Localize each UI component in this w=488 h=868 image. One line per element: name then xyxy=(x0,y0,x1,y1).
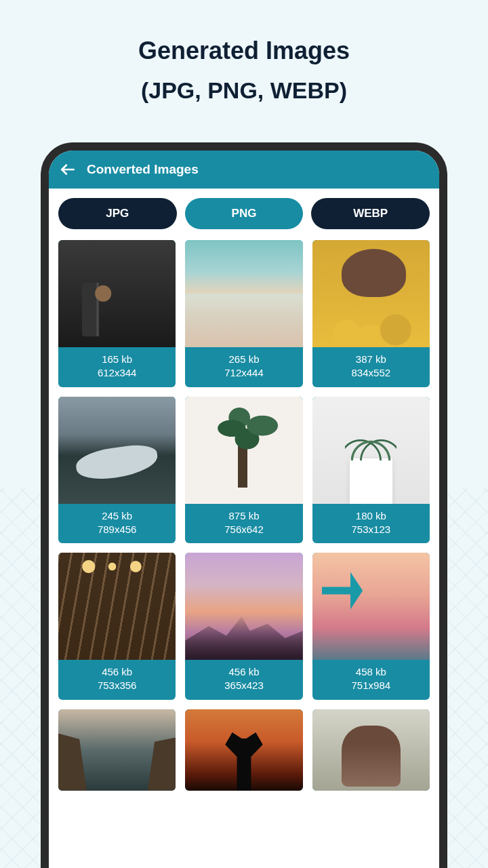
image-grid: 165 kb 612x344 265 kb 712x444 387 kb 834… xyxy=(58,240,430,791)
image-card[interactable]: 458 kb 751x984 xyxy=(312,553,430,700)
image-card[interactable]: 265 kb 712x444 xyxy=(185,240,302,387)
tab-png[interactable]: PNG xyxy=(185,198,304,229)
image-dims: 834x552 xyxy=(315,366,427,380)
content-area: JPG PNG WEBP 165 kb 612x344 265 kb 712x4… xyxy=(49,189,439,800)
page-title: Generated Images xyxy=(0,0,488,69)
image-meta: 387 kb 834x552 xyxy=(312,347,430,387)
image-size: 875 kb xyxy=(188,509,300,523)
image-thumbnail xyxy=(312,553,430,660)
image-card[interactable]: 245 kb 789x456 xyxy=(58,397,176,544)
image-dims: 365x423 xyxy=(188,679,300,692)
image-thumbnail xyxy=(185,397,302,504)
image-thumbnail xyxy=(312,240,430,347)
image-size: 456 kb xyxy=(188,665,300,679)
image-thumbnail xyxy=(58,553,176,660)
image-size: 387 kb xyxy=(315,353,427,366)
image-thumbnail xyxy=(58,397,176,504)
image-card[interactable]: 180 kb 753x123 xyxy=(312,397,430,544)
image-dims: 753x356 xyxy=(61,679,173,692)
image-dims: 756x642 xyxy=(188,523,300,536)
app-bar: Converted Images xyxy=(49,151,439,189)
image-meta: 458 kb 751x984 xyxy=(312,660,430,700)
image-thumbnail xyxy=(312,397,430,504)
image-size: 165 kb xyxy=(61,353,173,366)
image-card[interactable] xyxy=(58,709,176,791)
image-size: 180 kb xyxy=(315,509,427,523)
image-meta: 265 kb 712x444 xyxy=(185,347,302,387)
image-meta: 456 kb 365x423 xyxy=(185,660,302,700)
image-dims: 753x123 xyxy=(315,523,427,536)
device-frame: Converted Images JPG PNG WEBP 165 kb 612… xyxy=(41,142,447,868)
tab-jpg[interactable]: JPG xyxy=(58,198,177,229)
image-card[interactable]: 456 kb 753x356 xyxy=(58,553,176,700)
image-meta: 456 kb 753x356 xyxy=(58,660,176,700)
image-card[interactable] xyxy=(312,709,430,791)
image-card[interactable]: 456 kb 365x423 xyxy=(185,553,302,700)
image-meta: 165 kb 612x344 xyxy=(58,347,176,387)
image-size: 458 kb xyxy=(315,665,427,679)
image-thumbnail xyxy=(185,553,302,660)
image-meta: 245 kb 789x456 xyxy=(58,504,176,544)
image-size: 265 kb xyxy=(188,353,300,366)
image-meta: 875 kb 756x642 xyxy=(185,504,302,544)
image-dims: 612x344 xyxy=(61,366,173,380)
back-icon[interactable] xyxy=(58,160,77,179)
image-thumbnail xyxy=(58,240,176,347)
image-card[interactable]: 875 kb 756x642 xyxy=(185,397,302,544)
image-thumbnail xyxy=(185,240,302,347)
tab-webp[interactable]: WEBP xyxy=(311,198,430,229)
page-subtitle: (JPG, PNG, WEBP) xyxy=(0,77,488,104)
image-dims: 712x444 xyxy=(188,366,300,380)
image-dims: 789x456 xyxy=(61,523,173,536)
appbar-title: Converted Images xyxy=(87,162,199,177)
image-card[interactable]: 165 kb 612x344 xyxy=(58,240,176,387)
image-size: 456 kb xyxy=(61,665,173,679)
format-tabs: JPG PNG WEBP xyxy=(58,198,430,229)
image-thumbnail xyxy=(185,709,302,791)
image-meta: 180 kb 753x123 xyxy=(312,504,430,544)
image-card[interactable]: 387 kb 834x552 xyxy=(312,240,430,387)
image-thumbnail xyxy=(58,709,176,791)
image-dims: 751x984 xyxy=(315,679,427,692)
image-thumbnail xyxy=(312,709,430,791)
image-size: 245 kb xyxy=(61,509,173,523)
image-card[interactable] xyxy=(185,709,302,791)
